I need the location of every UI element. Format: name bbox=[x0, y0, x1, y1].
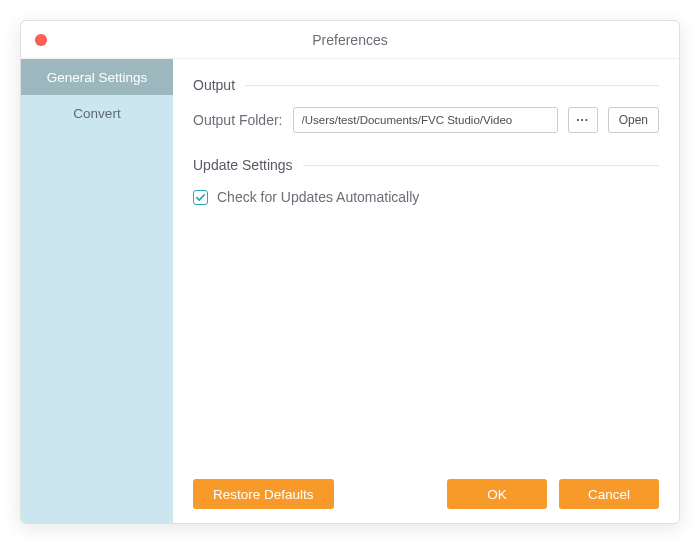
auto-update-row: Check for Updates Automatically bbox=[193, 189, 659, 205]
preferences-window: Preferences General Settings Convert Out… bbox=[20, 20, 680, 524]
close-icon[interactable] bbox=[35, 34, 47, 46]
divider bbox=[303, 165, 659, 166]
divider bbox=[245, 85, 659, 86]
cancel-button[interactable]: Cancel bbox=[559, 479, 659, 509]
section-title: Update Settings bbox=[193, 157, 293, 173]
browse-button[interactable]: ··· bbox=[568, 107, 598, 133]
sidebar-item-label: General Settings bbox=[47, 70, 148, 85]
output-folder-input[interactable] bbox=[293, 107, 558, 133]
sidebar-item-label: Convert bbox=[73, 106, 120, 121]
section-title: Output bbox=[193, 77, 235, 93]
sidebar-item-convert[interactable]: Convert bbox=[21, 95, 173, 131]
restore-defaults-button[interactable]: Restore Defaults bbox=[193, 479, 334, 509]
window-title: Preferences bbox=[21, 32, 679, 48]
check-icon bbox=[195, 192, 206, 203]
window-body: General Settings Convert Output Output F… bbox=[21, 59, 679, 523]
footer: Restore Defaults OK Cancel bbox=[193, 471, 659, 509]
open-button[interactable]: Open bbox=[608, 107, 659, 133]
output-folder-label: Output Folder: bbox=[193, 112, 283, 128]
content-spacer bbox=[193, 205, 659, 471]
sidebar-item-general-settings[interactable]: General Settings bbox=[21, 59, 173, 95]
titlebar: Preferences bbox=[21, 21, 679, 59]
section-header-updates: Update Settings bbox=[193, 157, 659, 173]
section-header-output: Output bbox=[193, 77, 659, 93]
output-folder-row: Output Folder: ··· Open bbox=[193, 107, 659, 133]
sidebar: General Settings Convert bbox=[21, 59, 173, 523]
ok-button[interactable]: OK bbox=[447, 479, 547, 509]
auto-update-checkbox[interactable] bbox=[193, 190, 208, 205]
content-pane: Output Output Folder: ··· Open Update Se… bbox=[173, 59, 679, 523]
auto-update-label: Check for Updates Automatically bbox=[217, 189, 419, 205]
